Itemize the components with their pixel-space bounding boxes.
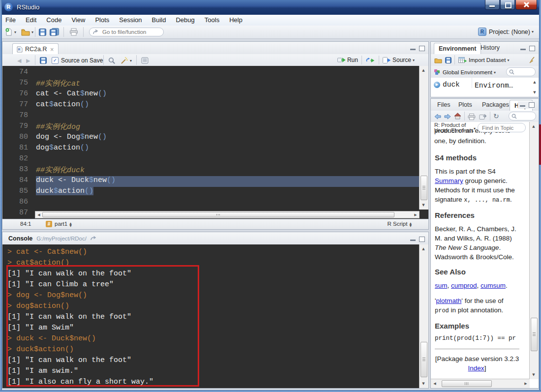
help-back-button[interactable] [434,112,441,121]
menu-file[interactable]: File [0,15,21,26]
nav-back-button[interactable]: ◀ [17,56,21,65]
pane-maximize-icon[interactable] [419,46,425,51]
help-link[interactable]: cumprod [451,282,477,289]
scroll-thumb[interactable] [442,380,492,387]
scroll-up-icon[interactable]: ▲ [420,245,427,252]
scroll-right-icon[interactable]: ▶ [412,211,419,218]
source-button[interactable]: Source ▾ [383,57,415,63]
editor-line-79[interactable]: 79##实例化dog [2,122,420,133]
menu-tools[interactable]: Tools [200,15,224,26]
load-workspace-button[interactable] [434,56,442,64]
pane-minimize-icon[interactable] [520,49,526,50]
editor-line-80[interactable]: 80dog <- Dog$new() [2,133,420,144]
menu-edit[interactable]: Edit [21,15,41,26]
help-link[interactable]: Index [468,364,484,372]
maximize-button[interactable] [500,0,515,10]
menu-help[interactable]: Help [224,15,247,26]
print-button[interactable] [69,28,78,36]
scroll-up-icon[interactable]: ▲ [531,79,538,86]
editor-vscrollbar[interactable]: ▲ ▼ [419,66,428,210]
menu-view[interactable]: View [66,15,90,26]
tab-rc2a[interactable]: R RC2a.R × [12,43,59,55]
help-link[interactable]: sum [435,282,448,289]
open-file-button[interactable]: ▾ [21,28,33,36]
tab-close-icon[interactable]: × [50,47,54,52]
editor-hscrollbar[interactable]: ◀ ▶ [35,211,420,218]
scroll-down-icon[interactable]: ▼ [530,371,537,378]
tab-files[interactable]: Files [433,99,454,111]
pane-maximize-icon[interactable] [419,237,425,242]
minimize-button[interactable] [485,0,500,10]
help-vscrollbar[interactable]: ▲ ▼ [529,122,539,379]
scroll-down-icon[interactable]: ▼ [531,89,538,96]
rerun-button[interactable] [365,57,375,63]
help-search[interactable] [509,112,536,121]
scroll-left-icon[interactable]: ◀ [35,211,42,218]
menu-session[interactable]: Session [114,15,147,26]
editor-line-84[interactable]: 84duck <- Duck$new() [2,176,420,187]
console-body[interactable]: > cat <- Cat$new()> cat$action()[1] "I c… [2,244,428,388]
menu-debug[interactable]: Debug [171,15,199,26]
goto-file-input[interactable] [101,29,157,35]
new-file-button[interactable]: ▾ [5,28,16,36]
menu-plots[interactable]: Plots [90,15,114,26]
scroll-thumb[interactable] [421,176,427,200]
help-home-button[interactable] [454,112,461,121]
editor-line-78[interactable]: 78 [2,111,420,122]
environment-search[interactable] [506,67,536,76]
console-vscrollbar[interactable]: ▲ ▼ [419,244,428,388]
save-workspace-button[interactable] [445,56,451,64]
tab-plots[interactable]: Plots [454,99,477,111]
clear-workspace-button[interactable] [528,56,536,64]
compile-notebook-button[interactable] [141,56,149,65]
scroll-down-icon[interactable]: ▼ [420,202,427,209]
help-print-button[interactable] [468,112,476,121]
nav-forward-button[interactable]: ▶ [26,56,30,65]
open-in-new-window-button[interactable] [479,112,486,121]
scroll-up-icon[interactable]: ▲ [530,123,537,130]
editor-line-76[interactable]: 76cat <- Cat$new() [2,90,420,100]
project-selector[interactable]: R Project: (None) ▾ [478,28,534,36]
editor-line-82[interactable]: 82 [2,154,420,165]
close-button[interactable] [515,0,537,10]
pane-minimize-icon[interactable] [410,240,416,241]
expand-object-icon[interactable]: ▶ [434,82,440,88]
help-link[interactable]: plotmath [436,297,462,304]
scroll-thumb[interactable] [421,342,427,377]
pane-minimize-icon[interactable] [410,49,416,50]
menu-build[interactable]: Build [147,15,171,26]
environment-row-duck[interactable]: ▶ duck [434,81,460,89]
file-type-selector[interactable]: R Script▲▼ [387,221,412,227]
help-link[interactable]: cumsum [481,282,506,289]
editor-line-86[interactable]: 86 [2,198,420,209]
editor-line-83[interactable]: 83##实例化duck [2,165,420,176]
global-environment-selector[interactable]: Global Environment ▾ [434,68,496,77]
pane-maximize-icon[interactable] [529,46,535,51]
source-on-save-checkbox[interactable]: ✓ Source on Save [52,56,103,65]
find-in-topic-box[interactable] [478,123,526,132]
editor-line-74[interactable]: 74 [2,68,420,79]
scroll-up-icon[interactable]: ▲ [420,67,427,74]
find-in-topic-input[interactable] [481,124,518,131]
help-content[interactable]: R: Product of Vector Elements ▾ product … [431,122,539,388]
scroll-down-icon[interactable]: ▼ [420,380,427,387]
pane-maximize-icon[interactable] [529,102,535,108]
editor-line-85[interactable]: 85duck$action() [2,187,420,198]
scroll-right-icon[interactable]: ▶ [522,380,529,387]
help-hscrollbar[interactable]: ◀ ▶ [431,379,530,388]
section-selector[interactable]: #part1▲▼ [46,221,72,227]
save-all-button[interactable] [50,28,59,36]
scroll-thumb[interactable] [531,318,538,351]
tab-environment[interactable]: Environment [434,43,481,55]
refresh-button[interactable]: ↻ [493,112,499,121]
code-editor[interactable]: 7475##实例化cat76cat <- Cat$new()77cat$acti… [2,66,428,219]
goto-file-search[interactable] [89,28,164,36]
scroll-left-icon[interactable]: ◀ [431,380,438,387]
editor-line-81[interactable]: 81dog$action() [2,144,420,154]
help-forward-button[interactable] [444,112,451,121]
run-button[interactable]: Run [337,57,358,63]
editor-line-77[interactable]: 77cat$action() [2,100,420,111]
tab-history[interactable]: History [476,42,504,54]
help-topic-selector[interactable]: R: Product of Vector Elements ▾ [434,122,474,133]
scroll-thumb[interactable] [42,212,394,217]
